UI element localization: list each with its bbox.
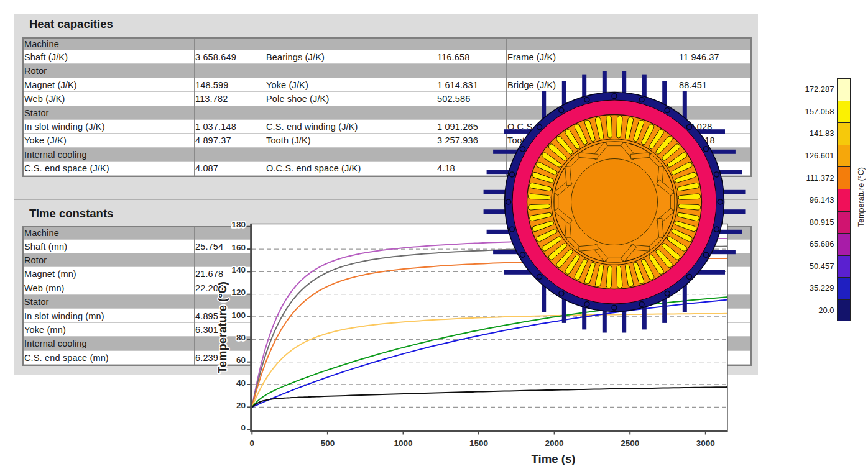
svg-text:2000: 2000 <box>545 439 564 448</box>
svg-text:180: 180 <box>231 220 246 229</box>
svg-text:100: 100 <box>231 311 246 320</box>
svg-text:40: 40 <box>236 378 246 388</box>
svg-text:0: 0 <box>250 439 255 448</box>
svg-text:140: 140 <box>231 265 246 275</box>
svg-text:500: 500 <box>321 439 335 448</box>
svg-text:160: 160 <box>231 243 246 252</box>
svg-text:1000: 1000 <box>394 439 412 448</box>
svg-text:Temperature (°C): Temperature (°C) <box>216 281 229 373</box>
svg-text:2500: 2500 <box>621 439 639 448</box>
svg-text:20: 20 <box>236 401 246 410</box>
svg-text:1500: 1500 <box>469 439 488 448</box>
svg-text:80: 80 <box>236 333 246 342</box>
svg-text:Time (s): Time (s) <box>532 452 576 465</box>
svg-text:60: 60 <box>236 355 246 365</box>
svg-text:3000: 3000 <box>696 439 715 448</box>
svg-text:120: 120 <box>231 288 246 297</box>
svg-text:0: 0 <box>241 423 246 432</box>
